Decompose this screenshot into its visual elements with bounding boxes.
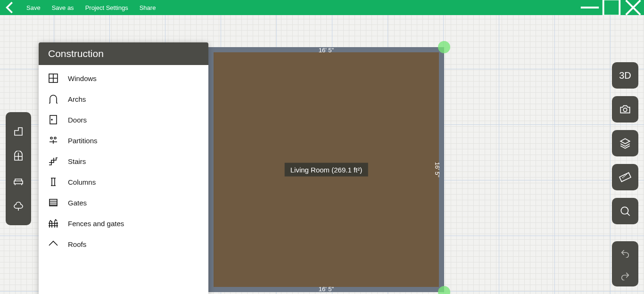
magnifier-icon — [619, 205, 631, 217]
window-maximize-button[interactable] — [601, 0, 622, 15]
wall-left[interactable] — [208, 47, 214, 292]
tree-tool-icon — [13, 201, 24, 212]
layers-button[interactable] — [612, 130, 638, 156]
panel-item-label: Columns — [68, 178, 96, 186]
undo-button[interactable] — [612, 241, 638, 264]
panel-item-archs[interactable]: Archs — [39, 89, 208, 109]
panel-title: Construction — [39, 42, 208, 65]
undo-redo-group — [612, 241, 638, 286]
window-tool-icon — [13, 151, 24, 162]
svg-rect-0 — [603, 0, 620, 16]
svg-point-8 — [54, 137, 56, 139]
svg-point-3 — [621, 207, 628, 214]
construction-panel: Construction Windows Archs Doors Partiti… — [39, 42, 208, 294]
measure-button[interactable] — [612, 164, 638, 190]
panel-item-label: Archs — [68, 95, 86, 103]
top-menu-bar: Save Save as Project Settings Share — [0, 0, 644, 15]
dimension-bottom: 16' 5" — [319, 286, 334, 293]
window-minimize-button[interactable] — [579, 0, 601, 15]
ruler-icon — [619, 171, 631, 183]
door-icon — [47, 114, 59, 126]
panel-list: Windows Archs Doors Partitions Stairs Co… — [39, 65, 208, 257]
panel-item-label: Gates — [68, 199, 87, 207]
panel-item-label: Stairs — [68, 157, 86, 165]
fence-icon — [47, 217, 59, 229]
floorplan-canvas[interactable]: 16' 5" 16' 5" 16' 5" Living Room (269.1 … — [0, 15, 644, 294]
panel-item-roofs[interactable]: Roofs — [39, 234, 208, 254]
redo-button[interactable] — [612, 264, 638, 286]
search-button[interactable] — [612, 198, 638, 224]
menu-saveas-label: Save as — [52, 4, 74, 11]
panel-item-columns[interactable]: Columns — [39, 172, 208, 192]
tool-window[interactable] — [12, 150, 25, 163]
panel-item-label: Doors — [68, 116, 87, 124]
partition-icon — [47, 134, 59, 147]
layers-icon — [619, 137, 631, 149]
tool-wall[interactable] — [12, 125, 25, 138]
menu-share[interactable]: Share — [134, 0, 162, 15]
svg-rect-5 — [50, 115, 57, 124]
camera-icon — [619, 103, 631, 115]
right-toolbar: 3D — [612, 62, 638, 286]
view-3d-label: 3D — [619, 70, 631, 81]
undo-icon — [620, 247, 630, 258]
panel-item-label: Fences and gates — [68, 220, 124, 228]
room-shape[interactable]: 16' 5" 16' 5" 16' 5" Living Room (269.1 … — [208, 47, 444, 292]
dimension-right: 16' 5" — [433, 162, 440, 177]
panel-item-doors[interactable]: Doors — [39, 109, 208, 130]
room-label[interactable]: Living Room (269.1 ft²) — [285, 163, 368, 177]
window-close-button[interactable] — [622, 0, 644, 15]
column-icon — [47, 176, 59, 188]
arch-icon — [47, 93, 59, 105]
svg-point-1 — [623, 108, 627, 112]
menu-save-label: Save — [26, 4, 41, 11]
panel-item-label: Windows — [68, 74, 97, 82]
panel-item-fences[interactable]: Fences and gates — [39, 213, 208, 234]
left-toolbar — [6, 112, 31, 225]
panel-item-partitions[interactable]: Partitions — [39, 130, 208, 151]
dimension-top: 16' 5" — [319, 47, 334, 54]
menu-save-as[interactable]: Save as — [46, 0, 80, 15]
wall-tool-icon — [13, 126, 24, 137]
view-3d-button[interactable]: 3D — [612, 62, 638, 89]
panel-item-windows[interactable]: Windows — [39, 68, 208, 89]
menu-save[interactable]: Save — [21, 0, 46, 15]
svg-point-6 — [51, 119, 52, 120]
resize-handle-top-right[interactable] — [438, 41, 450, 53]
tool-tree[interactable] — [12, 200, 25, 213]
gate-icon — [47, 196, 59, 209]
menu-project-settings[interactable]: Project Settings — [80, 0, 134, 15]
menu-projectsettings-label: Project Settings — [85, 4, 128, 11]
screenshot-button[interactable] — [612, 96, 638, 122]
panel-item-stairs[interactable]: Stairs — [39, 151, 208, 172]
svg-rect-2 — [619, 173, 631, 182]
stairs-icon — [47, 155, 59, 167]
resize-handle-bottom-right[interactable] — [438, 286, 450, 294]
windows-icon — [47, 72, 59, 84]
back-button[interactable] — [0, 0, 21, 15]
tool-furniture[interactable] — [12, 175, 25, 188]
roof-icon — [47, 238, 59, 250]
furniture-tool-icon — [13, 176, 24, 187]
redo-icon — [620, 270, 630, 280]
panel-item-label: Partitions — [68, 137, 98, 145]
panel-item-gates[interactable]: Gates — [39, 192, 208, 213]
svg-point-7 — [50, 137, 52, 139]
panel-item-label: Roofs — [68, 240, 86, 248]
menu-share-label: Share — [140, 4, 156, 11]
